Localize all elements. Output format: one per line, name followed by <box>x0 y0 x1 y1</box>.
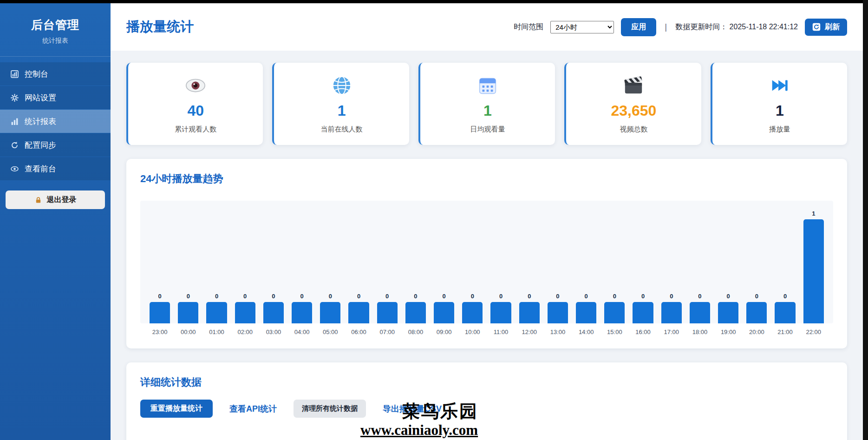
window-right-edge <box>863 0 868 440</box>
bar-value-label: 0 <box>243 293 247 300</box>
stat-card: 1 播放量 <box>711 63 847 145</box>
time-range-select[interactable]: 24小时 <box>550 21 614 33</box>
x-axis-tick: 16:00 <box>633 328 653 335</box>
x-axis-tick: 09:00 <box>434 328 454 335</box>
chart-bar-column: 0 <box>235 293 255 323</box>
chart-bar-column: 0 <box>178 293 198 323</box>
bar <box>633 302 653 323</box>
sidebar-item-view-frontend[interactable]: 查看前台 <box>0 157 111 180</box>
chart-bar-column: 0 <box>690 293 710 323</box>
bar-value-label: 0 <box>670 293 673 300</box>
details-actions-row: 重置播放量统计查看API统计清理所有统计数据导出播放量CSV <box>140 400 833 418</box>
chart-bar-column: 0 <box>206 293 227 323</box>
bar-value-label: 0 <box>641 293 645 300</box>
x-axis-tick: 18:00 <box>690 328 710 335</box>
calendar-icon <box>477 75 498 98</box>
bar <box>263 302 284 323</box>
main-content: 播放量统计 时间范围 24小时 应用 | 数据更新时间： 2025-11-18 … <box>111 3 863 440</box>
chart-bar-column: 1 <box>803 210 824 323</box>
x-axis-tick: 13:00 <box>548 328 568 335</box>
x-axis-tick: 06:00 <box>348 328 369 335</box>
bar-value-label: 0 <box>414 293 417 300</box>
chart-title: 24小时播放量趋势 <box>140 172 833 186</box>
refresh-icon <box>812 23 821 31</box>
x-axis-labels: 23:0000:0001:0002:0003:0004:0005:0006:00… <box>140 328 833 335</box>
reset-play-stats-button[interactable]: 重置播放量统计 <box>140 400 213 418</box>
bar-value-label: 0 <box>443 293 446 300</box>
bar-value-label: 0 <box>158 293 161 300</box>
sidebar-item-label: 控制台 <box>25 69 48 79</box>
x-axis-tick: 12:00 <box>519 328 540 335</box>
next-track-icon <box>769 75 790 98</box>
data-updated-time: 数据更新时间： 2025-11-18 22:41:12 <box>675 22 798 32</box>
sidebar-item-site-settings[interactable]: 网站设置 <box>0 86 111 109</box>
chart-bar-column: 0 <box>604 293 625 323</box>
bar-value-label: 0 <box>783 293 787 300</box>
bar-value-label: 1 <box>812 210 815 217</box>
x-axis-tick: 19:00 <box>718 328 738 335</box>
chart-bar-column: 0 <box>348 293 369 323</box>
page-title: 播放量统计 <box>126 18 194 36</box>
stat-label: 视频总数 <box>571 125 696 134</box>
dashboard-icon <box>10 70 19 78</box>
sidebar-header: 后台管理 统计报表 <box>0 3 111 57</box>
chart-bar-column: 0 <box>576 293 596 323</box>
export-play-csv-button[interactable]: 导出播放量CSV <box>383 403 442 414</box>
apply-button[interactable]: 应用 <box>621 18 656 36</box>
sidebar-item-reports[interactable]: 统计报表 <box>0 110 111 133</box>
sync-icon <box>10 141 19 149</box>
stat-value: 1 <box>717 103 842 119</box>
sidebar-menu: 控制台 网站设置 统计报表 配置同步 查看前台 <box>0 62 111 180</box>
bar <box>548 302 568 323</box>
x-axis-tick: 22:00 <box>803 328 824 335</box>
bar <box>576 302 596 323</box>
gear-icon <box>10 93 19 102</box>
bar-value-label: 0 <box>215 293 218 300</box>
stat-label: 播放量 <box>717 125 842 134</box>
stat-label: 当前在线人数 <box>279 125 404 134</box>
stat-card: 40 累计观看人数 <box>126 63 263 145</box>
sidebar-item-label: 配置同步 <box>25 140 56 151</box>
bar-value-label: 0 <box>499 293 503 300</box>
logout-button[interactable]: 退出登录 <box>6 190 105 209</box>
view-api-stats-button[interactable]: 查看API统计 <box>229 403 277 414</box>
bar-value-label: 0 <box>471 293 474 300</box>
chart-bar-column: 0 <box>462 293 483 323</box>
sidebar-item-config-sync[interactable]: 配置同步 <box>0 133 111 157</box>
details-title: 详细统计数据 <box>140 375 833 389</box>
refresh-label: 刷新 <box>825 22 840 32</box>
x-axis-tick: 08:00 <box>405 328 426 335</box>
eye-icon <box>10 164 19 173</box>
bar-value-label: 0 <box>755 293 758 300</box>
sidebar-item-label: 网站设置 <box>25 92 56 103</box>
x-axis-tick: 00:00 <box>178 328 198 335</box>
bar <box>462 302 483 323</box>
app-subtitle: 统计报表 <box>5 37 106 45</box>
bar-value-label: 0 <box>357 293 360 300</box>
x-axis-tick: 03:00 <box>263 328 284 335</box>
sidebar: 后台管理 统计报表 控制台 网站设置 统计报表 配置同步 查看前台 退出登录 <box>0 3 111 440</box>
header-divider: | <box>665 22 667 32</box>
app-title: 后台管理 <box>5 17 106 33</box>
refresh-button[interactable]: 刷新 <box>805 19 847 36</box>
details-panel: 详细统计数据 重置播放量统计查看API统计清理所有统计数据导出播放量CSV <box>126 362 847 440</box>
logout-label: 退出登录 <box>47 195 77 205</box>
x-axis-tick: 11:00 <box>490 328 511 335</box>
stat-value: 40 <box>133 103 258 119</box>
bar-chart: 000000000000000000000001 23:0000:0001:00… <box>140 201 833 335</box>
stat-value: 1 <box>279 103 404 119</box>
x-axis-tick: 10:00 <box>462 328 483 335</box>
bar <box>604 302 625 323</box>
chart-bar-column: 0 <box>519 293 540 323</box>
clear-all-stats-button[interactable]: 清理所有统计数据 <box>294 400 366 418</box>
chart-bar-column: 0 <box>490 293 511 323</box>
chart-bar-column: 0 <box>405 293 426 323</box>
bar <box>348 302 369 323</box>
header-controls: 时间范围 24小时 应用 | 数据更新时间： 2025-11-18 22:41:… <box>514 18 847 36</box>
bar-value-label: 0 <box>727 293 730 300</box>
bar <box>661 302 682 323</box>
sidebar-item-console[interactable]: 控制台 <box>0 62 111 85</box>
lock-icon <box>34 196 43 204</box>
stats-cards-row: 40 累计观看人数 1 当前在线人数 1 日均观看量 23,650 视频总数 1… <box>126 63 847 145</box>
chart-bar-column: 0 <box>661 293 682 323</box>
